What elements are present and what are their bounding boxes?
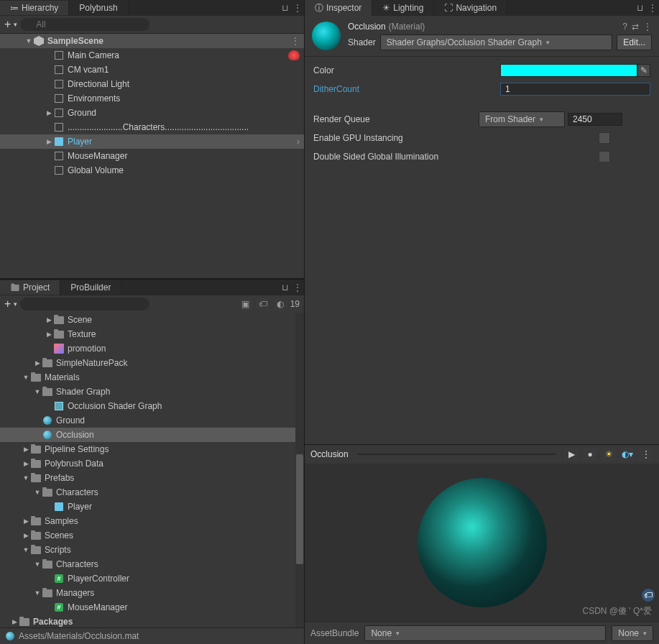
- project-item[interactable]: Player: [0, 500, 304, 514]
- shader-dropdown[interactable]: Shader Graphs/Occlusion Shader Graph: [380, 34, 613, 50]
- help-icon[interactable]: ?: [622, 22, 627, 32]
- visibility-icon[interactable]: ◐: [273, 298, 287, 310]
- color-swatch[interactable]: [500, 64, 637, 77]
- edit-button[interactable]: Edit...: [617, 34, 652, 50]
- tab-inspector[interactable]: ⓘ Inspector: [305, 0, 372, 17]
- hierarchy-tree[interactable]: ▼SampleScene⋮Main CameraCM vcam1Directio…: [0, 34, 304, 278]
- sun-icon: ☀: [382, 3, 390, 13]
- project-tree[interactable]: ▶Scene▶Texturepromotion▶SimpleNaturePack…: [0, 313, 304, 627]
- dsgi-label: Double Sided Global Illumination: [313, 152, 599, 162]
- project-item[interactable]: ▼Characters: [0, 485, 304, 500]
- material-properties: Color ✎ DitherCount Render Queue From Sh…: [305, 57, 659, 170]
- lock-icon[interactable]: ⊔: [278, 281, 291, 294]
- tab-label: Inspector: [326, 3, 361, 13]
- project-item[interactable]: promotion: [0, 341, 304, 356]
- play-icon[interactable]: ▶: [564, 448, 579, 461]
- assetbundle-variant: None: [618, 628, 639, 638]
- hierarchy-item[interactable]: ▶Ground: [0, 106, 304, 120]
- material-preview: Occlusion ▶ ● ☀ ◐▾ ⋮ 🏷 CSDN @傻 ' Q*爱: [305, 444, 659, 622]
- tab-hierarchy[interactable]: ≔ Hierarchy: [0, 1, 69, 15]
- dithercount-label[interactable]: DitherCount: [313, 84, 500, 94]
- hierarchy-item[interactable]: MouseManager: [0, 149, 304, 163]
- project-item[interactable]: ▼Shader Graph: [0, 385, 304, 399]
- project-item[interactable]: ▶Packages: [0, 615, 304, 627]
- hidden-count: 19: [290, 299, 300, 309]
- project-item[interactable]: ▶Pipeline Settings: [0, 442, 304, 456]
- hierarchy-item[interactable]: .......................Characters.......…: [0, 120, 304, 134]
- color-picker-icon[interactable]: ✎: [637, 64, 650, 77]
- create-button[interactable]: +: [4, 18, 11, 31]
- menu-icon[interactable]: ⋮: [291, 1, 304, 14]
- hierarchy-tabbar: ≔ Hierarchy Polybrush ⊔ ⋮: [0, 0, 304, 16]
- project-item[interactable]: ▶Samples: [0, 514, 304, 528]
- assetbundle-value: None: [371, 628, 392, 638]
- renderqueue-input[interactable]: [568, 113, 622, 126]
- preset-icon[interactable]: ⇄: [632, 22, 639, 32]
- tab-project[interactable]: Project: [0, 280, 60, 295]
- project-item[interactable]: ▶Texture: [0, 327, 304, 341]
- project-item[interactable]: ▶Scene: [0, 313, 304, 327]
- shader-label: Shader: [348, 37, 376, 47]
- renderqueue-dropdown[interactable]: From Shader: [479, 111, 565, 127]
- assetbundle-dropdown[interactable]: None: [364, 625, 606, 641]
- tab-label: Lighting: [393, 3, 423, 13]
- filter-label-icon[interactable]: 🏷: [256, 298, 270, 310]
- filter-type-icon[interactable]: ▣: [239, 298, 253, 310]
- gpu-instancing-checkbox[interactable]: [599, 132, 610, 144]
- project-item[interactable]: ▼Managers: [0, 586, 304, 600]
- project-item[interactable]: #MouseManager: [0, 600, 304, 615]
- scene-row[interactable]: ▼SampleScene⋮: [0, 34, 304, 48]
- project-tabbar: Project ProBuilder ⊔ ⋮: [0, 280, 304, 295]
- preview-sphere[interactable]: [418, 478, 547, 607]
- project-item[interactable]: ▶Scenes: [0, 528, 304, 543]
- hierarchy-item[interactable]: Directional Light: [0, 77, 304, 91]
- project-search-input[interactable]: [20, 298, 149, 310]
- menu-icon[interactable]: ⋮: [291, 281, 304, 294]
- reflection-icon[interactable]: ◐▾: [620, 448, 635, 461]
- folder-icon: [11, 285, 19, 291]
- lock-icon[interactable]: ⊔: [278, 1, 291, 14]
- project-item[interactable]: ▶SimpleNaturePack: [0, 356, 304, 370]
- hierarchy-item[interactable]: Environments: [0, 91, 304, 106]
- tab-probuilder[interactable]: ProBuilder: [60, 280, 121, 295]
- hierarchy-search-input[interactable]: [20, 18, 149, 31]
- lock-icon[interactable]: ⊔: [633, 1, 646, 14]
- tab-label: Hierarchy: [22, 3, 58, 13]
- renderqueue-label: Render Queue: [313, 114, 479, 124]
- tab-polybrush[interactable]: Polybrush: [69, 1, 128, 15]
- menu-icon[interactable]: ⋮: [639, 448, 653, 461]
- project-item[interactable]: Occlusion: [0, 428, 304, 442]
- hierarchy-item[interactable]: CM vcam1: [0, 63, 304, 77]
- assetbundle-variant-dropdown[interactable]: None: [612, 625, 653, 641]
- light-icon[interactable]: ☀: [602, 448, 616, 461]
- dsgi-checkbox[interactable]: [599, 151, 610, 162]
- project-item[interactable]: Occlusion Shader Graph: [0, 399, 304, 413]
- project-item[interactable]: ▼Materials: [0, 370, 304, 385]
- hierarchy-item[interactable]: ▶Player›: [0, 134, 304, 149]
- hierarchy-item[interactable]: Main Camera: [0, 48, 304, 63]
- info-icon: ⓘ: [315, 2, 323, 14]
- project-item[interactable]: ▼Scripts: [0, 543, 304, 557]
- menu-icon[interactable]: ⋮: [643, 22, 652, 32]
- project-item[interactable]: ▼Characters: [0, 557, 304, 571]
- color-label: Color: [313, 65, 500, 75]
- create-button[interactable]: +: [4, 298, 11, 310]
- project-item[interactable]: ▼Prefabs: [0, 471, 304, 485]
- tab-lighting[interactable]: ☀ Lighting: [372, 1, 434, 15]
- sphere-icon[interactable]: ●: [583, 448, 597, 461]
- scrollbar[interactable]: [295, 313, 304, 627]
- project-item[interactable]: Ground: [0, 413, 304, 428]
- gpu-instancing-label: Enable GPU Instancing: [313, 133, 599, 143]
- dropdown-arrow-icon[interactable]: ▾: [14, 21, 17, 28]
- tab-navigation[interactable]: ⛶ Navigation: [434, 1, 507, 15]
- dithercount-input[interactable]: [500, 83, 650, 96]
- project-item[interactable]: #PlayerController: [0, 571, 304, 586]
- dropdown-arrow-icon[interactable]: ▾: [14, 300, 17, 308]
- menu-icon[interactable]: ⋮: [291, 36, 300, 46]
- material-preview-icon: [312, 22, 341, 50]
- inspector-header: Occlusion (Material) ? ⇄ ⋮ Shader Shader…: [305, 16, 659, 57]
- menu-icon[interactable]: ⋮: [646, 1, 659, 14]
- hierarchy-item[interactable]: Global Volume: [0, 163, 304, 178]
- project-item[interactable]: ▶Polybrush Data: [0, 456, 304, 471]
- tag-bubble-icon[interactable]: 🏷: [642, 589, 655, 602]
